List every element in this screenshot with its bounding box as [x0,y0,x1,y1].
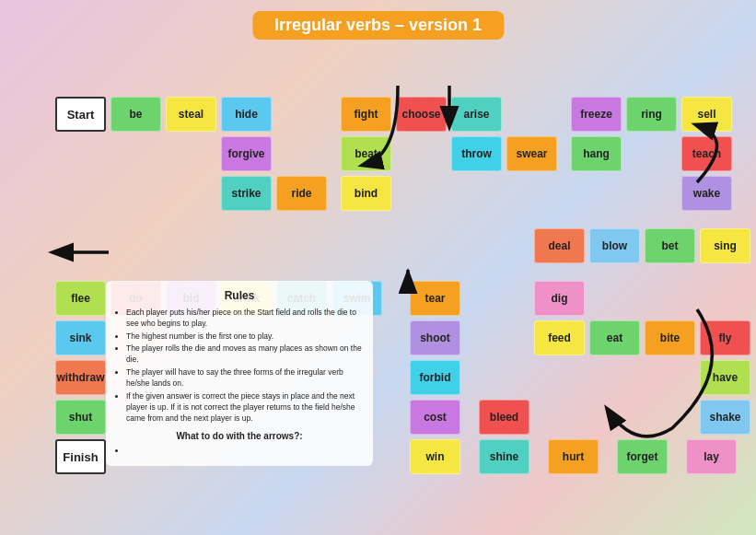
cell-feed: feed [534,320,585,355]
cell-shake: shake [700,400,750,435]
cell-flee: flee [55,281,106,316]
rule-5: If the given answer is correct the piece… [126,391,364,425]
cell-bite: bite [645,320,695,355]
cell-hang: hang [571,136,622,171]
cell-bet: bet [645,228,695,263]
cell-ride: ride [276,176,327,211]
cell-shine: shine [479,439,529,474]
cell-hurt: hurt [548,439,599,474]
what-title: What to do with the arrows?: [115,430,364,443]
cell-be: be [110,97,161,132]
cell-finish: Finish [55,439,106,474]
cell-forget: forget [617,439,668,474]
cell-tear: tear [410,281,460,316]
what-1 [126,446,364,457]
rules-title: Rules [115,288,364,304]
cell-beat: beat [341,136,391,171]
cell-dig: dig [534,281,585,316]
cell-win: win [410,439,460,474]
cell-strike: strike [221,176,272,211]
cell-cost: cost [410,400,460,435]
cell-wake: wake [681,176,732,211]
cell-shut: shut [55,400,106,435]
what-list [115,446,364,457]
rule-4: The player will have to say the three fo… [126,367,364,390]
cell-fly: fly [700,320,750,355]
cell-shoot: shoot [410,320,460,355]
cell-withdraw: withdraw [55,360,106,395]
cell-swear: swear [506,136,557,171]
cell-deal: deal [534,228,585,263]
cell-hide: hide [221,97,272,132]
title: Irregular verbs – version 1 [274,16,482,34]
rule-3: The player rolls the die and moves as ma… [126,343,364,366]
cell-have: have [700,360,750,395]
cell-lay: lay [686,439,737,474]
cell-forbid: forbid [410,360,460,395]
cell-sell: sell [681,97,732,132]
cell-arise: arise [451,97,502,132]
cell-choose: choose [396,97,447,132]
cell-eat: eat [589,320,640,355]
rules-list: Each player puts his/her piece on the St… [115,308,364,425]
cell-steal: steal [166,97,216,132]
cell-ring: ring [626,97,677,132]
cell-sink: sink [55,320,106,355]
cell-start: Start [55,97,106,132]
rules-box: Rules Each player puts his/her piece on … [106,281,373,466]
cell-fight: fight [341,97,391,132]
rule-1: Each player puts his/her piece on the St… [126,308,364,330]
cell-throw: throw [451,136,502,171]
title-bar: Irregular verbs – version 1 [252,11,504,40]
cell-bind: bind [341,176,391,211]
cell-bleed: bleed [479,400,529,435]
cell-blow: blow [589,228,640,263]
cell-forgive: forgive [221,136,272,171]
cell-sing: sing [700,228,750,263]
cell-teach: teach [681,136,732,171]
cell-freeze: freeze [571,97,622,132]
rule-2: The highest number is the first one to p… [126,331,364,343]
